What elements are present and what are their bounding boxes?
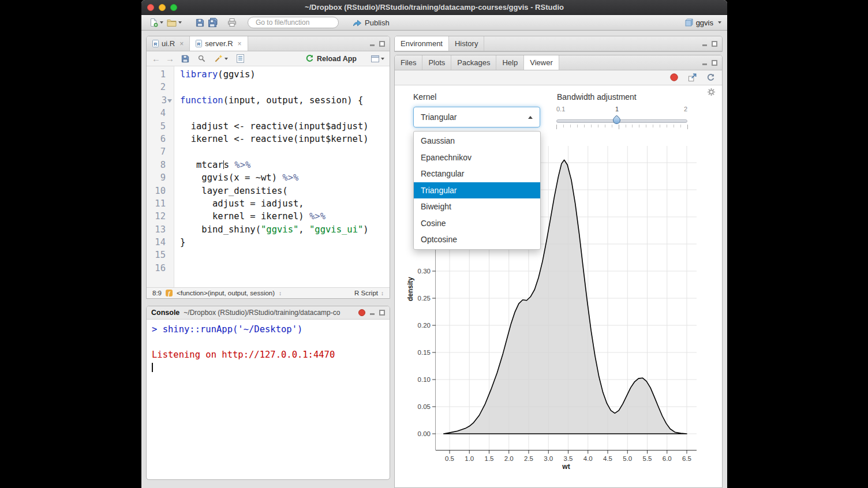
kernel-label: Kernel (413, 92, 436, 102)
save-file-button[interactable] (179, 52, 191, 65)
kernel-option-optcosine[interactable]: Optcosine (414, 231, 540, 248)
code-line[interactable]: kernel = ikernel) %>% (180, 210, 390, 223)
tab-environment[interactable]: Environment (395, 36, 449, 51)
open-in-new-window-button[interactable] (688, 73, 697, 84)
kernel-option-rectangular[interactable]: Rectangular (414, 166, 540, 182)
code-line[interactable] (180, 262, 390, 275)
tab-viewer[interactable]: Viewer (524, 55, 559, 70)
maximize-pane-icon[interactable] (379, 41, 385, 47)
svg-text:0.15: 0.15 (418, 349, 431, 356)
goto-file-input[interactable] (256, 18, 345, 27)
code-line[interactable]: bind_shiny("ggvis", "ggvis_ui") (180, 223, 390, 236)
compile-report-button[interactable] (235, 52, 246, 65)
tab-files[interactable]: Files (395, 55, 422, 70)
minimize-pane-icon[interactable] (369, 41, 375, 47)
editor-code[interactable]: library(ggvis) function(input, output, s… (174, 66, 390, 288)
console-output[interactable]: > shiny::runApp('~/Desktop') Listening o… (147, 320, 390, 376)
save-all-button[interactable] (206, 16, 220, 29)
chevron-down-icon (381, 58, 384, 60)
tab-ui-r[interactable]: R ui.R × (147, 36, 190, 51)
slider-handle[interactable] (611, 115, 622, 125)
project-menu-button[interactable]: ggvis (685, 18, 721, 27)
run-app-options-button[interactable] (371, 55, 384, 62)
maximize-pane-icon[interactable] (379, 310, 385, 316)
file-type-selector[interactable]: R Script ↕ (354, 290, 384, 296)
function-context[interactable]: <function>(input, output, session) (177, 290, 275, 296)
reload-app-button[interactable]: Reload App (305, 54, 357, 63)
code-line[interactable]: adjust = iadjust, (180, 197, 390, 210)
minimize-pane-icon[interactable] (369, 310, 375, 316)
console-title[interactable]: Console (151, 309, 179, 317)
search-icon (198, 55, 205, 62)
code-line[interactable]: iadjust <- reactive(input$adjust) (180, 120, 390, 133)
code-line[interactable]: layer_densities( (180, 185, 390, 197)
code-line[interactable]: library(ggvis) (180, 68, 390, 81)
maximize-pane-icon[interactable] (712, 41, 717, 47)
code-line[interactable] (180, 249, 390, 261)
code-tools-button[interactable] (212, 52, 230, 65)
print-icon (227, 18, 237, 27)
tab-help[interactable]: Help (496, 55, 524, 70)
code-line[interactable] (180, 81, 390, 93)
code-line[interactable]: ikernel <- reactive(input$kernel) (180, 133, 390, 145)
minimize-window-button[interactable] (159, 4, 166, 11)
kernel-option-triangular[interactable]: Triangular (414, 182, 540, 199)
save-button[interactable] (194, 16, 206, 29)
back-icon[interactable]: ← (152, 54, 160, 63)
tab-packages[interactable]: Packages (451, 55, 496, 70)
slider-ticks (556, 125, 687, 130)
close-tab-icon[interactable]: × (179, 40, 184, 48)
new-file-icon (149, 18, 158, 27)
code-line[interactable]: function(input, output, session) { (180, 94, 390, 107)
print-button[interactable] (226, 16, 238, 29)
svg-text:1.0: 1.0 (465, 455, 474, 462)
svg-text:2.0: 2.0 (504, 455, 514, 462)
stop-app-button[interactable] (670, 73, 678, 84)
save-icon (181, 55, 189, 63)
svg-text:2.5: 2.5 (524, 455, 533, 462)
zoom-window-button[interactable] (170, 4, 177, 11)
kernel-option-gaussian[interactable]: Gaussian (414, 133, 540, 149)
forward-icon[interactable]: → (166, 54, 174, 63)
viewer-toolbar (395, 70, 722, 85)
maximize-pane-icon[interactable] (712, 60, 717, 66)
kernel-option-epanechnikov[interactable]: Epanechnikov (414, 149, 540, 166)
refresh-viewer-button[interactable] (706, 73, 715, 84)
tab-label: Environment (401, 39, 443, 48)
svg-text:1.5: 1.5 (485, 455, 494, 462)
code-line[interactable]: mtcars %>% (180, 159, 390, 171)
stop-execution-icon[interactable] (358, 309, 365, 316)
bandwidth-slider[interactable]: 0.1 1 2 (556, 106, 687, 132)
open-file-button[interactable] (165, 16, 184, 29)
publish-button[interactable]: Publish (353, 18, 390, 27)
kernel-option-cosine[interactable]: Cosine (414, 215, 540, 232)
tab-plots[interactable]: Plots (422, 55, 451, 70)
publish-icon (353, 19, 362, 27)
minimize-pane-icon[interactable] (702, 60, 708, 66)
code-line[interactable]: ggvis(x = ~wt) %>% (180, 171, 390, 184)
goto-file-search[interactable] (248, 17, 339, 28)
code-line[interactable] (180, 145, 390, 158)
code-line[interactable]: } (180, 236, 390, 249)
close-tab-icon[interactable]: × (238, 40, 242, 48)
code-editor[interactable]: 12345678910111213141516 library(ggvis) f… (147, 66, 390, 288)
slider-min-label: 0.1 (556, 106, 565, 112)
svg-text:0.10: 0.10 (418, 376, 431, 383)
minimize-pane-icon[interactable] (702, 41, 708, 47)
pane-window-buttons (369, 310, 385, 316)
close-window-button[interactable] (147, 4, 154, 11)
gear-icon[interactable] (707, 88, 716, 99)
project-cube-icon (685, 18, 693, 27)
kernel-option-biweight[interactable]: Biweight (414, 198, 540, 215)
find-replace-button[interactable] (196, 52, 207, 65)
tab-server-r[interactable]: R server.R × (190, 36, 248, 51)
svg-text:0.05: 0.05 (418, 403, 431, 410)
code-line[interactable] (180, 107, 390, 119)
slider-track[interactable] (556, 119, 687, 123)
reload-icon (305, 54, 314, 63)
chevron-down-icon (160, 21, 163, 24)
new-file-button[interactable] (147, 16, 165, 29)
tab-history[interactable]: History (449, 36, 484, 51)
kernel-select[interactable]: Triangular (413, 107, 540, 127)
magic-wand-icon (214, 54, 223, 63)
